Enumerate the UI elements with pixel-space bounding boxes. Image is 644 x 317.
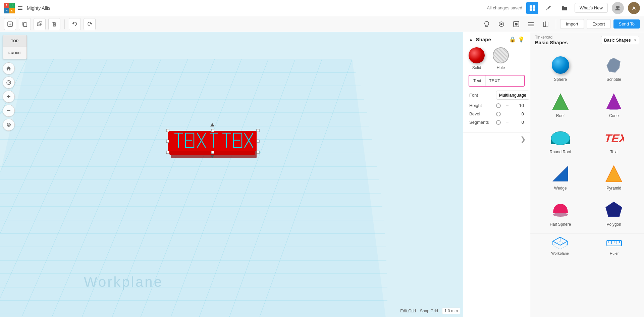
text-field-input[interactable] bbox=[486, 75, 525, 86]
shape-item-roof[interactable]: Roof bbox=[534, 87, 587, 122]
import-button[interactable]: Import bbox=[560, 19, 584, 29]
bevel-label: Bevel bbox=[469, 111, 496, 116]
svg-marker-33 bbox=[0, 59, 386, 317]
bevel-line bbox=[506, 114, 508, 114]
light-bulb-button[interactable] bbox=[481, 18, 493, 30]
shape-item-scribble[interactable]: Scribble bbox=[588, 51, 640, 86]
shape-item-pyramid[interactable]: Pyramid bbox=[588, 160, 640, 195]
copy-design-button[interactable] bbox=[19, 18, 31, 30]
bevel-value[interactable]: 0 bbox=[514, 111, 524, 116]
delete-button[interactable] bbox=[48, 18, 60, 30]
scribble-icon bbox=[605, 56, 623, 74]
scribble-label: Scribble bbox=[607, 77, 621, 82]
lock-icon[interactable]: 🔒 bbox=[509, 36, 516, 43]
segments-label: Segments bbox=[469, 120, 496, 125]
font-label: Font bbox=[469, 93, 496, 98]
shape-item-cone[interactable]: Cone bbox=[588, 87, 640, 122]
shapes-library-panel: Tinkercad Basic Shapes Basic Shapes Feat… bbox=[530, 32, 644, 317]
pyramid-icon bbox=[605, 165, 623, 182]
shape-item-wedge[interactable]: Wedge bbox=[534, 160, 587, 195]
segments-knob[interactable] bbox=[496, 120, 501, 125]
folder-icon bbox=[561, 5, 568, 11]
hole-label: Hole bbox=[497, 65, 505, 70]
camera-button[interactable] bbox=[495, 18, 507, 30]
undo-button[interactable] bbox=[69, 18, 81, 30]
view-cube-front[interactable]: FRONT bbox=[3, 47, 26, 59]
new-design-icon bbox=[7, 21, 13, 27]
library-select[interactable]: Basic Shapes Featured Letters bbox=[601, 36, 639, 44]
height-value[interactable]: 10 bbox=[514, 103, 524, 108]
duplicate-icon bbox=[37, 21, 43, 27]
segments-value[interactable]: 0 bbox=[514, 120, 524, 125]
redo-button[interactable] bbox=[84, 18, 96, 30]
whats-new-button[interactable]: What's New bbox=[575, 3, 608, 13]
orbit-icon bbox=[6, 122, 11, 127]
collapse-arrow[interactable]: ▲ bbox=[469, 37, 473, 42]
send-to-button[interactable]: Send To bbox=[613, 19, 640, 29]
roof-icon bbox=[552, 93, 569, 110]
folder-button[interactable] bbox=[558, 2, 571, 14]
bevel-knob[interactable] bbox=[496, 112, 501, 116]
orbit-button[interactable] bbox=[3, 119, 15, 131]
shapes-grid: Sphere Scribble bbox=[530, 48, 644, 233]
project-name[interactable]: Mighty Allis bbox=[27, 5, 50, 11]
expand-chevron[interactable]: ❯ bbox=[520, 135, 526, 143]
svg-text:TEXT: TEXT bbox=[604, 132, 624, 145]
duplicate-button[interactable] bbox=[34, 18, 46, 30]
svg-point-7 bbox=[616, 6, 619, 8]
library-name: Basic Shapes bbox=[535, 40, 568, 45]
view-cube-top[interactable]: TOP bbox=[3, 35, 26, 47]
export-button[interactable]: Export bbox=[587, 19, 611, 29]
tools-view-button[interactable] bbox=[542, 2, 554, 14]
round-roof-thumb bbox=[550, 127, 571, 148]
sphere-thumb bbox=[550, 55, 571, 75]
library-source: Tinkercad bbox=[535, 35, 568, 40]
shape-item-round-roof[interactable]: Round Roof bbox=[534, 123, 587, 158]
grid-view-button[interactable] bbox=[526, 2, 538, 14]
height-knob[interactable] bbox=[496, 103, 501, 108]
view-cube[interactable]: TOP FRONT bbox=[3, 35, 27, 59]
shape-section: ▲ Shape 🔒 💡 Solid Hole bbox=[463, 32, 530, 133]
user-avatar[interactable]: A bbox=[628, 2, 640, 14]
reset-view-button[interactable] bbox=[3, 76, 15, 89]
ruler-tool[interactable]: Ruler bbox=[589, 236, 640, 255]
canvas-3d-object[interactable] bbox=[163, 118, 263, 163]
shape-item-half-sphere[interactable]: Half Sphere bbox=[534, 196, 587, 231]
shape-button[interactable] bbox=[510, 18, 522, 30]
shape-properties-panel: ▲ Shape 🔒 💡 Solid Hole bbox=[463, 32, 530, 317]
shape-item-sphere[interactable]: Sphere bbox=[534, 51, 587, 86]
workplane-tool[interactable]: Workplane bbox=[535, 236, 585, 255]
viewport[interactable]: Workplane bbox=[0, 32, 463, 317]
new-design-button[interactable] bbox=[4, 18, 16, 30]
svg-marker-97 bbox=[606, 93, 621, 109]
hole-option[interactable]: Hole bbox=[493, 47, 509, 70]
top-navigation: T I N K Mighty Allis All changes saved W… bbox=[0, 0, 644, 16]
add-user-button[interactable] bbox=[612, 2, 624, 14]
svg-rect-6 bbox=[533, 8, 535, 11]
edit-grid-label[interactable]: Edit Grid bbox=[400, 309, 416, 313]
home-view-button[interactable] bbox=[3, 62, 15, 74]
mirror-button[interactable] bbox=[540, 18, 552, 30]
cone-thumb bbox=[604, 91, 624, 111]
shape-item-polygon[interactable]: Polygon bbox=[588, 196, 640, 231]
snap-value[interactable]: 1.0 mm bbox=[442, 308, 460, 314]
zoom-out-button[interactable] bbox=[3, 105, 15, 117]
library-dropdown-wrapper: Basic Shapes Featured Letters bbox=[601, 36, 639, 44]
logo[interactable]: T I N K bbox=[4, 3, 23, 13]
svg-point-25 bbox=[7, 81, 11, 85]
shape-item-text[interactable]: TEXT Text bbox=[588, 123, 640, 158]
svg-rect-90 bbox=[166, 140, 169, 143]
info-icon[interactable]: 💡 bbox=[518, 36, 525, 43]
svg-point-29 bbox=[7, 123, 10, 126]
logo-t: T bbox=[4, 3, 9, 8]
text-label-lib: Text bbox=[610, 150, 618, 154]
align-button[interactable] bbox=[525, 18, 537, 30]
font-select-wrapper: Multilanguage Arial Serif bbox=[496, 91, 529, 100]
half-sphere-label: Half Sphere bbox=[550, 222, 571, 227]
polygon-thumb bbox=[604, 200, 624, 220]
reset-icon bbox=[6, 80, 11, 85]
svg-rect-85 bbox=[257, 129, 259, 132]
font-select[interactable]: Multilanguage Arial Serif bbox=[496, 91, 529, 100]
solid-option[interactable]: Solid bbox=[469, 47, 485, 70]
zoom-in-button[interactable] bbox=[3, 91, 15, 103]
